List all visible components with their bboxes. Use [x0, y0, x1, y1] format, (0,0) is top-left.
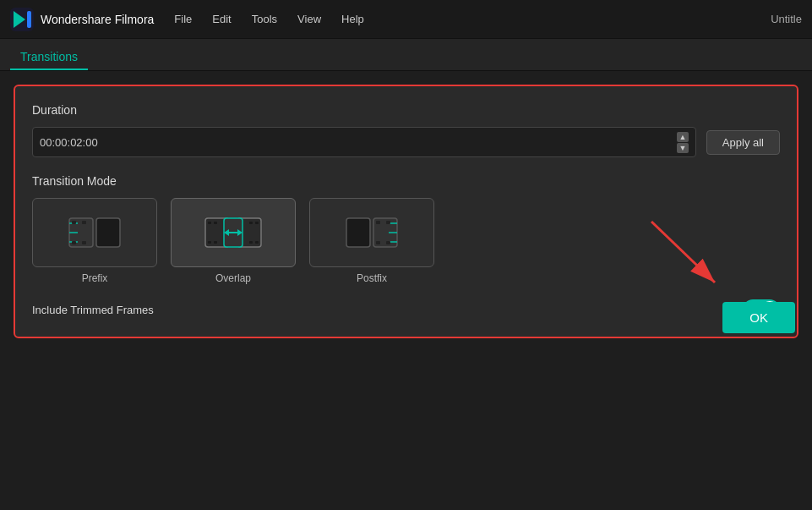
svg-rect-22	[249, 222, 253, 224]
svg-rect-20	[208, 241, 211, 244]
app-logo-icon	[10, 8, 34, 31]
duration-spinner[interactable]: ▲ ▼	[677, 132, 689, 153]
main-content: Duration 00:00:02:00 ▲ ▼ Apply all Trans…	[0, 71, 812, 352]
svg-rect-11	[82, 241, 86, 244]
mode-options: Prefix	[32, 198, 780, 284]
svg-rect-19	[214, 222, 217, 224]
svg-rect-32	[386, 221, 390, 224]
svg-rect-21	[214, 241, 217, 244]
app-logo: Wondershare Filmora	[10, 8, 154, 31]
ok-button[interactable]: OK	[722, 302, 795, 333]
svg-rect-24	[249, 241, 253, 244]
menu-bar: Wondershare Filmora File Edit Tools View…	[0, 0, 812, 39]
mode-overlap-icon-box	[171, 198, 296, 267]
transition-mode-label: Transition Mode	[32, 174, 780, 188]
svg-rect-23	[255, 222, 259, 224]
duration-label: Duration	[32, 103, 780, 117]
svg-rect-9	[82, 221, 86, 224]
trimmed-row: Include Trimmed Frames	[32, 299, 780, 320]
svg-rect-2	[27, 11, 31, 28]
spinner-down[interactable]: ▼	[677, 143, 689, 153]
mode-prefix-label: Prefix	[82, 272, 108, 284]
svg-rect-33	[376, 241, 380, 244]
settings-panel: Duration 00:00:02:00 ▲ ▼ Apply all Trans…	[14, 85, 798, 338]
apply-all-button[interactable]: Apply all	[706, 130, 780, 155]
include-trimmed-label: Include Trimmed Frames	[32, 304, 154, 316]
postfix-transition-svg	[342, 211, 401, 254]
menu-edit[interactable]: Edit	[212, 13, 231, 25]
svg-rect-8	[72, 221, 76, 224]
tabs-row: Transitions	[0, 39, 812, 71]
spinner-up[interactable]: ▲	[677, 132, 689, 142]
app-name: Wondershare Filmora	[41, 13, 154, 26]
mode-postfix[interactable]: Postfix	[309, 198, 434, 284]
svg-rect-34	[386, 241, 390, 244]
svg-rect-25	[255, 241, 259, 244]
mode-prefix[interactable]: Prefix	[32, 198, 157, 284]
duration-input-wrap[interactable]: 00:00:02:00 ▲ ▼	[32, 127, 696, 157]
window-title: Untitle	[771, 13, 802, 25]
transition-mode-section: Transition Mode	[32, 174, 780, 284]
duration-row: 00:00:02:00 ▲ ▼ Apply all	[32, 127, 780, 157]
mode-postfix-label: Postfix	[357, 272, 387, 284]
svg-rect-26	[346, 218, 370, 247]
svg-rect-4	[96, 218, 120, 247]
svg-rect-31	[376, 221, 380, 224]
menu-file[interactable]: File	[174, 13, 192, 25]
overlap-transition-svg	[204, 211, 263, 254]
mode-prefix-icon-box	[32, 198, 157, 267]
mode-overlap[interactable]: Overlap	[171, 198, 296, 284]
menu-view[interactable]: View	[297, 13, 321, 25]
prefix-transition-svg	[65, 211, 124, 254]
menu-help[interactable]: Help	[341, 13, 364, 25]
svg-rect-10	[72, 241, 76, 244]
mode-overlap-label: Overlap	[215, 272, 251, 284]
tab-transitions[interactable]: Transitions	[10, 45, 88, 70]
svg-rect-18	[208, 222, 211, 224]
mode-postfix-icon-box	[309, 198, 434, 267]
menu-tools[interactable]: Tools	[252, 13, 277, 25]
duration-value: 00:00:02:00	[40, 136, 98, 149]
